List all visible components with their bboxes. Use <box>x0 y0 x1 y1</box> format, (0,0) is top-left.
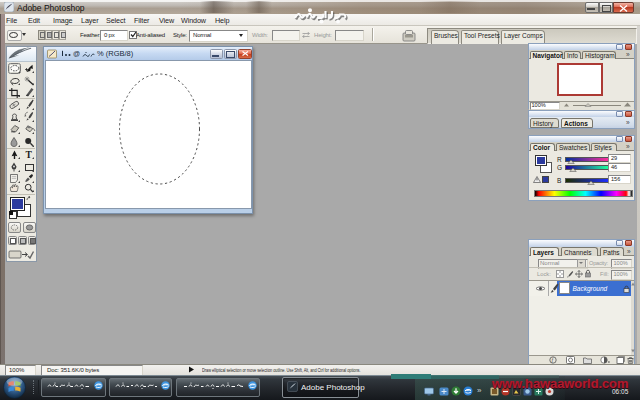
svg-text:f: f <box>552 357 555 363</box>
svg-text:@: @ <box>73 50 80 57</box>
